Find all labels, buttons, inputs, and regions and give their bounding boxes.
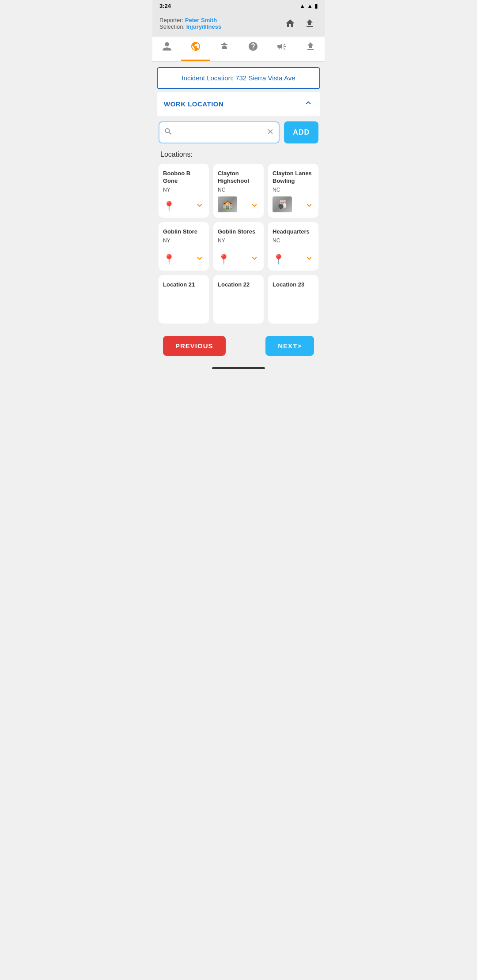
- tab-worker[interactable]: [210, 37, 238, 61]
- card-bottom: 🎳: [273, 196, 314, 212]
- export-button[interactable]: [302, 15, 318, 31]
- card-state: NC: [273, 187, 280, 193]
- home-button[interactable]: [282, 15, 298, 31]
- header-icons: [282, 15, 318, 31]
- search-input[interactable]: [176, 129, 266, 136]
- home-bar: [152, 363, 325, 373]
- pin-icon: 📍: [273, 254, 284, 265]
- previous-button[interactable]: PREVIOUS: [163, 336, 226, 356]
- card-state: NY: [163, 237, 170, 244]
- next-button[interactable]: NEXT>: [265, 336, 314, 356]
- pin-icon: 📍: [163, 254, 175, 265]
- person-icon: [162, 41, 172, 54]
- status-time: 3:24: [159, 3, 171, 9]
- card-state: NC: [218, 187, 225, 193]
- card-bottom: 📍: [273, 253, 314, 265]
- incident-location-address: 732 Sierra Vista Ave: [235, 74, 295, 82]
- tab-person[interactable]: [152, 37, 181, 61]
- selection-label: Selection:: [159, 23, 185, 30]
- collapse-icon: [303, 98, 313, 110]
- nav-tabs: [152, 37, 325, 62]
- card-thumbnail: 🎳: [273, 196, 292, 212]
- location-card-headquarters[interactable]: Headquarters NC 📍: [268, 222, 318, 271]
- status-bar: 3:24 ▲ ▲ ▮: [152, 0, 325, 12]
- card-state: NY: [218, 237, 225, 244]
- card-name: Goblin Stores: [218, 228, 255, 236]
- location-card-clayton-highschool[interactable]: Clayton Highschool NC 🏫: [213, 164, 264, 218]
- location-card-location-23[interactable]: Location 23: [268, 275, 318, 324]
- globe-icon: [190, 41, 201, 54]
- card-name: Location 22: [218, 281, 250, 289]
- card-name: Clayton Highschool: [218, 170, 259, 185]
- card-bottom: 🏫: [218, 196, 259, 212]
- chevron-icon: [250, 253, 259, 265]
- chevron-icon: [250, 200, 259, 212]
- search-icon: [164, 127, 173, 138]
- selection-value: Injury/Illness: [186, 23, 221, 30]
- card-name: Location 21: [163, 281, 195, 289]
- chevron-icon: [195, 200, 204, 212]
- worker-icon: [219, 41, 230, 54]
- location-card-booboo-b-gone[interactable]: Booboo B Gone NY 📍: [159, 164, 209, 218]
- card-thumbnail: 🏫: [218, 196, 237, 212]
- chevron-icon: [195, 253, 204, 265]
- search-wrapper: [159, 121, 280, 143]
- home-bar-line: [212, 367, 265, 369]
- incident-location-bar: Incident Location: 732 Sierra Vista Ave: [157, 67, 320, 89]
- card-state: NY: [163, 187, 170, 193]
- location-card-goblin-store[interactable]: Goblin Store NY 📍: [159, 222, 209, 271]
- card-name: Location 23: [273, 281, 304, 289]
- incident-location-text: Incident Location: 732 Sierra Vista Ave: [182, 74, 295, 82]
- signal-icon: ▲: [299, 3, 305, 9]
- tab-megaphone[interactable]: [267, 37, 296, 61]
- card-bottom: 📍: [218, 253, 259, 265]
- card-name: Goblin Store: [163, 228, 197, 236]
- card-bottom: 📍: [163, 200, 204, 212]
- bottom-nav: PREVIOUS NEXT>: [157, 329, 320, 363]
- question-icon: [248, 41, 258, 54]
- reporter-label: Reporter:: [159, 17, 183, 23]
- location-card-location-22[interactable]: Location 22: [213, 275, 264, 324]
- incident-location-label: Incident Location:: [182, 74, 234, 82]
- card-name: Clayton Lanes Bowling: [273, 170, 314, 185]
- locations-label: Locations:: [159, 151, 318, 158]
- wifi-icon: ▲: [307, 3, 313, 9]
- chevron-icon: [304, 253, 314, 265]
- reporter-name: Peter Smith: [185, 17, 217, 23]
- work-location-section[interactable]: WORK LOCATION: [157, 92, 320, 116]
- location-card-goblin-stores[interactable]: Goblin Stores NY 📍: [213, 222, 264, 271]
- work-location-title: WORK LOCATION: [164, 100, 223, 108]
- tab-globe[interactable]: [181, 37, 210, 61]
- locations-grid: Booboo B Gone NY 📍 Clayton Highschool NC…: [159, 164, 318, 324]
- tab-upload[interactable]: [296, 37, 325, 61]
- battery-icon: ▮: [314, 3, 318, 9]
- main-content: ADD Locations: Booboo B Gone NY 📍 Clayto…: [157, 116, 320, 329]
- add-button[interactable]: ADD: [284, 121, 318, 143]
- location-card-location-21[interactable]: Location 21: [159, 275, 209, 324]
- card-name: Headquarters: [273, 228, 310, 236]
- card-state: NC: [273, 237, 280, 244]
- search-row: ADD: [159, 121, 318, 143]
- upload-icon: [305, 41, 316, 54]
- chevron-icon: [304, 200, 314, 212]
- pin-icon: 📍: [218, 254, 230, 265]
- tab-question[interactable]: [238, 37, 267, 61]
- pin-icon: 📍: [163, 201, 175, 212]
- status-icons: ▲ ▲ ▮: [299, 3, 318, 9]
- clear-icon[interactable]: [266, 128, 274, 138]
- location-card-clayton-lanes-bowling[interactable]: Clayton Lanes Bowling NC 🎳: [268, 164, 318, 218]
- header-info: Reporter: Peter Smith Selection: Injury/…: [159, 17, 221, 30]
- megaphone-icon: [276, 41, 287, 54]
- card-name: Booboo B Gone: [163, 170, 204, 185]
- header: Reporter: Peter Smith Selection: Injury/…: [152, 12, 325, 37]
- card-bottom: 📍: [163, 253, 204, 265]
